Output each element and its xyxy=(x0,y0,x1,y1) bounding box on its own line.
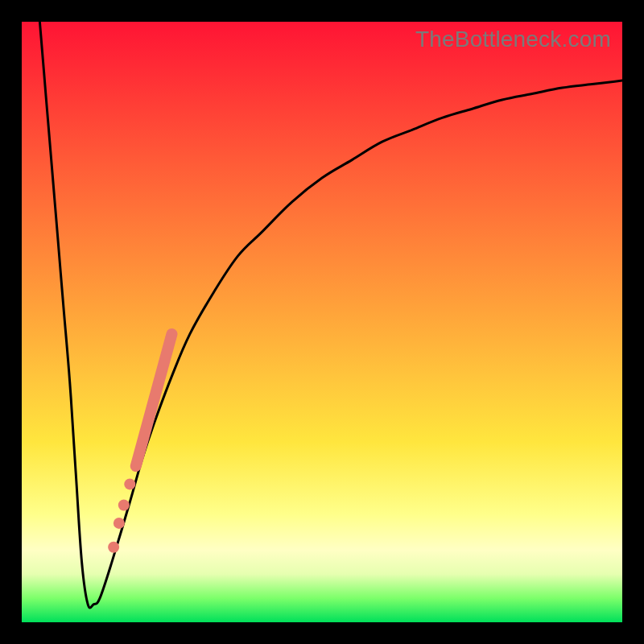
bottleneck-curve xyxy=(39,22,622,608)
plot-border: TheBottleneck.com xyxy=(0,0,644,644)
marker-dot xyxy=(118,500,130,511)
marker-dot xyxy=(114,518,125,529)
marker-dots xyxy=(108,478,135,552)
marker-dot xyxy=(108,542,119,553)
marker-dot xyxy=(124,478,135,489)
chart-frame: TheBottleneck.com xyxy=(0,0,644,644)
marker-segment xyxy=(136,334,172,466)
chart-svg xyxy=(22,22,622,622)
plot-area: TheBottleneck.com xyxy=(22,22,622,622)
